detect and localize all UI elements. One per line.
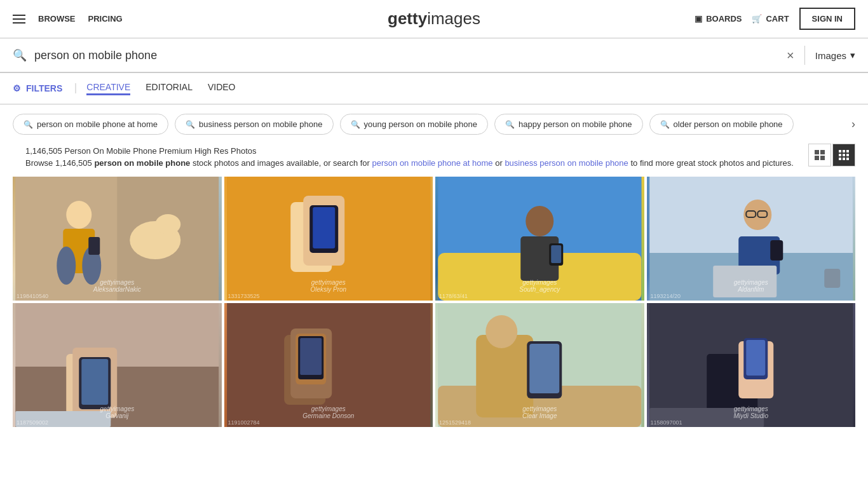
svg-rect-11 — [843, 158, 845, 160]
svg-rect-2 — [815, 156, 819, 160]
browse-link[interactable]: BROWSE — [38, 14, 76, 24]
watermark-1: gettyimagesAleksandarNakic — [93, 279, 141, 293]
boards-icon: ▣ — [695, 14, 702, 24]
site-header: BROWSE PRICING gettyimages ▣ BOARDS 🛒 CA… — [0, 0, 868, 38]
link-business[interactable]: business person on mobile phone — [505, 158, 628, 168]
image-id-7: 1251529418 — [439, 419, 471, 426]
image-card-3[interactable]: gettyimagesSouth_agency 1178/63/41 — [435, 177, 644, 301]
suggestion-search-icon-2: 🔍 — [186, 120, 195, 129]
svg-point-15 — [66, 201, 92, 229]
svg-rect-5 — [843, 150, 845, 152]
suggestions-bar: 🔍 person on mobile phone at home 🔍 busin… — [0, 105, 868, 144]
cart-button[interactable]: 🛒 CART — [752, 14, 789, 24]
filters-label: FILTERS — [26, 83, 62, 93]
image-id-4: 1193214/20 — [651, 293, 681, 299]
results-meta: 1,146,505 Person On Mobile Phone Premium… — [13, 144, 806, 172]
suggestion-label-3: young person on mobile phone — [364, 119, 478, 129]
filters-button[interactable]: ⚙ FILTERS — [13, 83, 76, 93]
mosaic-view-button[interactable] — [832, 144, 855, 166]
image-placeholder-3: gettyimagesSouth_agency 1178/63/41 — [435, 177, 644, 301]
suggestion-search-icon-5: 🔍 — [660, 120, 670, 129]
image-card-2[interactable]: gettyimagesOleksiy Pron 1331733525 — [224, 177, 433, 301]
svg-rect-35 — [551, 245, 561, 263]
boards-button[interactable]: ▣ BOARDS — [695, 14, 742, 24]
svg-rect-0 — [815, 150, 819, 154]
search-icon: 🔍 — [13, 48, 27, 62]
suggestion-pill-3[interactable]: 🔍 young person on mobile phone — [340, 114, 489, 135]
suggestion-search-icon-3: 🔍 — [351, 120, 360, 129]
pricing-link[interactable]: PRICING — [88, 14, 123, 24]
suggestions-next-button[interactable]: › — [851, 118, 855, 131]
boards-label: BOARDS — [706, 14, 742, 24]
svg-rect-4 — [839, 150, 841, 152]
sign-in-button[interactable]: SIGN IN — [799, 8, 855, 30]
svg-point-32 — [526, 206, 553, 236]
svg-rect-8 — [843, 154, 845, 156]
image-card-4[interactable]: gettyimagesAldanfilm 1193214/20 — [647, 177, 856, 301]
logo-bold: getty — [388, 9, 427, 28]
watermark-4: gettyimagesAldanfilm — [734, 279, 768, 293]
svg-rect-72 — [746, 340, 765, 376]
tab-video[interactable]: VIDEO — [208, 82, 236, 95]
tab-creative[interactable]: CREATIVE — [86, 82, 130, 95]
main-nav: BROWSE PRICING — [38, 14, 123, 24]
svg-rect-9 — [846, 154, 849, 156]
link-at-home[interactable]: person on mobile phone at home — [372, 158, 493, 168]
image-id-8: 1158097001 — [651, 419, 682, 426]
search-divider — [804, 46, 805, 65]
suggestion-label-1: person on mobile phone at home — [37, 119, 158, 129]
site-logo[interactable]: gettyimages — [388, 9, 480, 29]
suggestion-label-2: business person on mobile phone — [199, 119, 322, 129]
cart-label: CART — [766, 14, 789, 24]
search-type-dropdown[interactable]: Images ▾ — [815, 50, 855, 61]
image-card-5[interactable]: gettyimagesGalvanij 1187509002 — [13, 303, 222, 427]
svg-rect-1 — [820, 150, 825, 154]
hamburger-menu[interactable] — [13, 15, 25, 24]
svg-rect-66 — [529, 344, 559, 393]
svg-point-20 — [155, 214, 180, 234]
filter-bar: ⚙ FILTERS CREATIVE EDITORIAL VIDEO — [0, 73, 868, 105]
suggestion-pill-2[interactable]: 🔍 business person on mobile phone — [175, 114, 333, 135]
image-placeholder-2: gettyimagesOleksiy Pron 1331733525 — [224, 177, 433, 301]
svg-rect-45 — [824, 269, 840, 288]
svg-rect-44 — [770, 240, 783, 261]
tab-editorial[interactable]: EDITORIAL — [146, 82, 193, 95]
suggestion-search-icon-4: 🔍 — [505, 120, 515, 129]
image-placeholder-1: gettyimagesAleksandarNakic 1198410540 — [13, 177, 222, 301]
suggestion-pill-5[interactable]: 🔍 older person on mobile phone — [649, 114, 794, 135]
results-header: 1,146,505 Person On Mobile Phone Premium… — [0, 144, 868, 177]
image-placeholder-6: gettyimagesGermaine Donson 1191002784 — [224, 303, 433, 427]
svg-rect-27 — [313, 207, 335, 248]
suggestion-pill-4[interactable]: 🔍 happy person on mobile phone — [494, 114, 643, 135]
image-placeholder-8: gettyimagesMiydi Studio 1158097001 — [647, 303, 856, 427]
svg-rect-59 — [300, 338, 322, 375]
svg-rect-10 — [839, 158, 841, 160]
search-input[interactable] — [34, 49, 787, 62]
chevron-down-icon: ▾ — [850, 50, 855, 61]
suggestion-pill-1[interactable]: 🔍 person on mobile phone at home — [13, 114, 168, 135]
image-card-8[interactable]: gettyimagesMiydi Studio 1158097001 — [647, 303, 856, 427]
image-placeholder-4: gettyimagesAldanfilm 1193214/20 — [647, 177, 856, 301]
mosaic-icon — [839, 150, 849, 160]
watermark-3: gettyimagesSouth_agency — [519, 279, 560, 293]
suggestion-search-icon-1: 🔍 — [24, 120, 33, 129]
filter-icon: ⚙ — [13, 83, 21, 93]
watermark-2: gettyimagesOleksiy Pron — [310, 279, 346, 293]
image-id-2: 1331733525 — [228, 293, 260, 299]
image-id-5: 1187509002 — [17, 419, 48, 426]
header-left: BROWSE PRICING — [13, 14, 123, 24]
header-right: ▣ BOARDS 🛒 CART SIGN IN — [695, 8, 855, 30]
clear-search-button[interactable]: × — [787, 48, 794, 63]
image-placeholder-5: gettyimagesGalvanij 1187509002 — [13, 303, 222, 427]
watermark-5: gettyimagesGalvanij — [100, 405, 134, 419]
svg-rect-12 — [846, 158, 849, 160]
suggestion-label-5: older person on mobile phone — [674, 119, 783, 129]
image-id-3: 1178/63/41 — [439, 293, 468, 299]
grid-view-button[interactable] — [808, 144, 831, 166]
image-card-7[interactable]: gettyimagesClear Image 1251529418 — [435, 303, 644, 427]
image-card-1[interactable]: gettyimagesAleksandarNakic 1198410540 — [13, 177, 222, 301]
search-type-label: Images — [815, 50, 846, 61]
image-card-6[interactable]: gettyimagesGermaine Donson 1191002784 — [224, 303, 433, 427]
view-toggle — [808, 144, 855, 166]
svg-point-17 — [57, 247, 76, 285]
